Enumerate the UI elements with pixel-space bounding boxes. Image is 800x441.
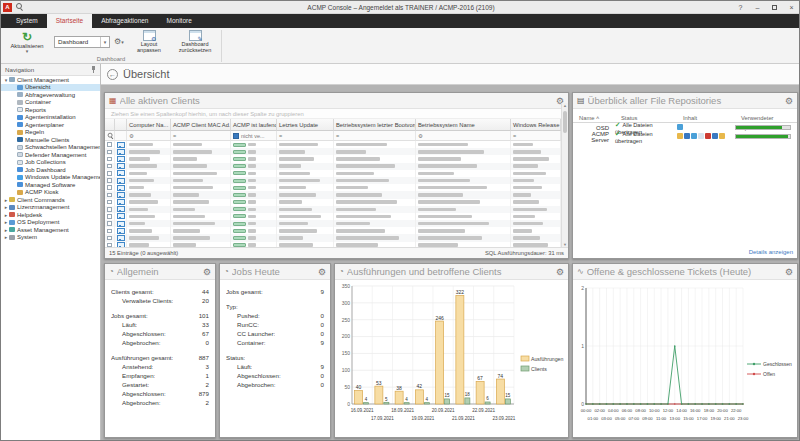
table-row[interactable] bbox=[105, 155, 568, 162]
details-link[interactable]: Details anzeigen bbox=[749, 249, 793, 255]
sidebar-item-managed-software[interactable]: Managed Software bbox=[1, 181, 100, 189]
row-checkbox[interactable] bbox=[107, 236, 112, 241]
repos-column-header-verwendeter-speicher[interactable]: Verwendeter Speicher bbox=[735, 113, 795, 122]
row-checkbox[interactable] bbox=[107, 164, 112, 169]
minimize-button[interactable]: – bbox=[750, 2, 765, 13]
executions-bar-chart: 05010015020025030035040416.09.202153517.… bbox=[335, 280, 568, 436]
column-header-betriebssystem-name[interactable]: Betriebssystem Name bbox=[416, 119, 511, 131]
table-row[interactable] bbox=[105, 220, 568, 227]
column-header-windows-release-id[interactable]: Windows Release ID bbox=[511, 119, 561, 131]
row-checkbox[interactable] bbox=[107, 150, 112, 155]
redacted-text bbox=[129, 150, 160, 154]
sidebar-item-agentenplaner[interactable]: Agentenplaner bbox=[1, 121, 100, 129]
refresh-button[interactable]: ↻ Aktualisieren ▾ bbox=[4, 30, 50, 58]
column-header-letztes-update[interactable]: Letztes Update bbox=[277, 119, 334, 131]
column-header-acmp-client-mac-ad[interactable]: ACMP Client MAC Ad... bbox=[171, 119, 231, 131]
gear-icon[interactable]: ⚙ bbox=[203, 264, 211, 280]
dashboard-combobox[interactable]: Dashboard ▾ bbox=[54, 36, 110, 48]
row-checkbox[interactable] bbox=[107, 207, 112, 212]
filter-checkbox-checked[interactable] bbox=[233, 133, 239, 139]
gear-icon[interactable]: ⚙ bbox=[785, 93, 793, 109]
repos-column-header-inhalt[interactable]: Inhalt bbox=[677, 113, 735, 122]
sidebar-item-defender-management[interactable]: Defender Management bbox=[1, 151, 100, 159]
help-button[interactable]: ? bbox=[733, 2, 748, 13]
table-row[interactable] bbox=[105, 191, 568, 198]
filter-cell[interactable]: nicht ve... bbox=[231, 131, 277, 141]
row-checkbox[interactable] bbox=[107, 193, 112, 198]
scrollbar-thumb[interactable] bbox=[563, 111, 567, 133]
maximize-button[interactable] bbox=[767, 2, 782, 13]
sidebar-item-client-management[interactable]: ▾Client Management bbox=[1, 76, 100, 84]
row-checkbox[interactable] bbox=[107, 200, 112, 205]
table-row[interactable] bbox=[105, 141, 568, 148]
row-checkbox[interactable] bbox=[107, 229, 112, 234]
sidebar-item-acmp-kiosk[interactable]: ACMP Kiosk bbox=[1, 189, 100, 197]
filter-cell[interactable]: = bbox=[334, 131, 416, 141]
sidebar-item-manuelle-clients[interactable]: Manuelle Clients bbox=[1, 136, 100, 144]
tab-abfrageaktionen[interactable]: Abfrageaktionen bbox=[92, 14, 157, 28]
table-row[interactable] bbox=[105, 227, 568, 234]
tab-monitore[interactable]: Monitore bbox=[157, 14, 200, 28]
filter-cell[interactable]: ⚙ bbox=[127, 131, 171, 141]
sidebar-item-container[interactable]: Container bbox=[1, 99, 100, 107]
sidebar-item-asset-management[interactable]: ▸Asset Management bbox=[1, 226, 100, 234]
svg-text:14:00: 14:00 bbox=[676, 408, 687, 413]
row-checkbox[interactable] bbox=[107, 171, 112, 176]
table-row[interactable] bbox=[105, 148, 568, 155]
table-row[interactable] bbox=[105, 163, 568, 170]
sidebar-item-lizenzmanagement[interactable]: ▸Lizenzmanagement bbox=[1, 204, 100, 212]
row-checkbox[interactable] bbox=[107, 221, 112, 226]
sidebar-item-windows-update-management[interactable]: Windows Update Management bbox=[1, 174, 100, 182]
sidebar-item-regeln[interactable]: Regeln bbox=[1, 129, 100, 137]
vertical-scrollbar[interactable]: ▲▼ bbox=[561, 103, 568, 247]
table-cell bbox=[416, 141, 511, 148]
sidebar-item-job-collections[interactable]: Job Collections bbox=[1, 159, 100, 167]
filter-cell[interactable]: ⚙ bbox=[416, 131, 511, 141]
repos-column-header-name[interactable]: Name ˄ bbox=[573, 113, 615, 122]
row-checkbox[interactable] bbox=[107, 157, 112, 162]
table-row[interactable] bbox=[105, 170, 568, 177]
filter-cell[interactable]: = bbox=[511, 131, 561, 141]
column-header-acmp-ist-laufend[interactable]: ACMP ist laufend bbox=[231, 119, 277, 131]
tab-system[interactable]: System bbox=[7, 14, 47, 28]
sidebar-item-schwachstellen-management[interactable]: Schwachstellen Management bbox=[1, 144, 100, 152]
pin-icon[interactable] bbox=[91, 66, 96, 73]
row-checkbox[interactable] bbox=[107, 185, 112, 190]
sidebar-item-abfrageverwaltung[interactable]: Abfrageverwaltung bbox=[1, 91, 100, 99]
sidebar-item-client-commands[interactable]: ▸Client Commands bbox=[1, 196, 100, 204]
back-icon[interactable]: ← bbox=[107, 69, 118, 80]
sidebar-item-reports[interactable]: Reports bbox=[1, 106, 100, 114]
repository-row[interactable]: ACMP Server✓Alle Dateien übertragen bbox=[573, 132, 797, 141]
table-row[interactable] bbox=[105, 184, 568, 191]
tab-startseite[interactable]: Startseite bbox=[47, 14, 92, 28]
table-row[interactable] bbox=[105, 177, 568, 184]
gear-icon[interactable]: ⚙ bbox=[318, 264, 326, 280]
sidebar-item-agenteninstallation[interactable]: Agenteninstallation bbox=[1, 114, 100, 122]
sidebar-item-os-deployment[interactable]: ▸OS Deployment bbox=[1, 219, 100, 227]
column-header-computer-na[interactable]: Computer Na... ▲ bbox=[127, 119, 171, 131]
table-row[interactable] bbox=[105, 213, 568, 220]
row-checkbox[interactable] bbox=[107, 142, 112, 147]
row-checkbox[interactable] bbox=[107, 214, 112, 219]
svg-text:10:00: 10:00 bbox=[649, 408, 660, 413]
table-cell bbox=[231, 177, 277, 184]
sidebar-item-system[interactable]: ▸System bbox=[1, 234, 100, 242]
table-row[interactable] bbox=[105, 234, 568, 241]
filter-cell[interactable]: = bbox=[171, 131, 231, 141]
select-all-header[interactable] bbox=[105, 119, 115, 131]
column-header-betriebssystem-letzter-bootvorgang[interactable]: Betriebssystem letzter Bootvorgang bbox=[334, 119, 416, 131]
dashboard-settings-button[interactable]: ⚙▾ bbox=[114, 36, 130, 48]
table-cell bbox=[277, 227, 334, 234]
close-button[interactable]: × bbox=[784, 2, 799, 13]
filter-cell[interactable] bbox=[105, 131, 115, 141]
gear-icon[interactable]: ⚙ bbox=[556, 264, 564, 280]
filter-cell[interactable] bbox=[115, 131, 127, 141]
sidebar-item-job-dashboard[interactable]: Job Dashboard bbox=[1, 166, 100, 174]
table-row[interactable] bbox=[105, 199, 568, 206]
sidebar-item-helpdesk[interactable]: ▸Helpdesk bbox=[1, 211, 100, 219]
table-row[interactable] bbox=[105, 206, 568, 213]
filter-cell[interactable]: = bbox=[277, 131, 334, 141]
sidebar-item-bersicht[interactable]: Übersicht bbox=[1, 84, 100, 92]
gear-icon[interactable]: ⚙ bbox=[785, 264, 793, 280]
row-checkbox[interactable] bbox=[107, 178, 112, 183]
